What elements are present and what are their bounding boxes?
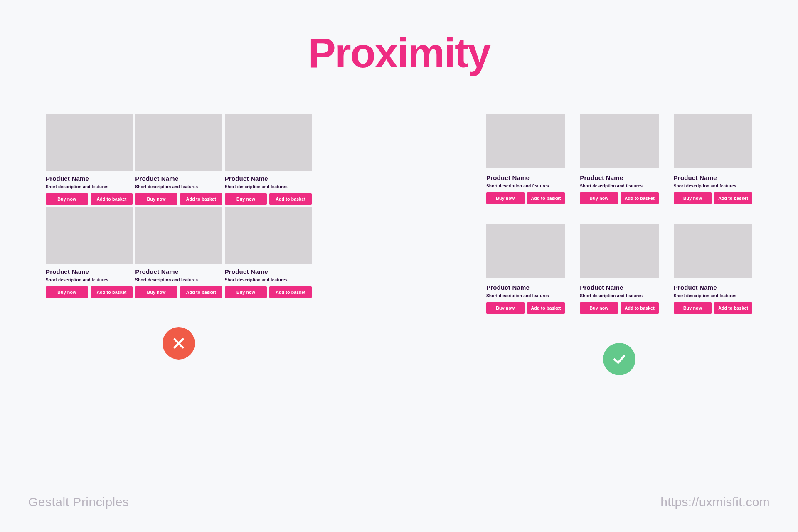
product-image-placeholder (486, 224, 565, 278)
product-meta: Product Name Short description and featu… (46, 264, 133, 298)
product-description: Short description and features (46, 185, 133, 189)
product-actions: Buy now Add to basket (225, 286, 312, 298)
product-actions: Buy now Add to basket (674, 192, 752, 204)
add-to-basket-button[interactable]: Add to basket (621, 192, 659, 204)
add-to-basket-button[interactable]: Add to basket (527, 302, 565, 314)
buy-now-button[interactable]: Buy now (135, 193, 177, 205)
product-image-placeholder (225, 207, 312, 264)
add-to-basket-button[interactable]: Add to basket (180, 193, 222, 205)
product-card: Product Name Short description and featu… (674, 224, 752, 314)
product-description: Short description and features (674, 184, 752, 188)
buy-now-button[interactable]: Buy now (135, 286, 177, 298)
product-actions: Buy now Add to basket (674, 302, 752, 314)
buy-now-button[interactable]: Buy now (46, 286, 88, 298)
product-actions: Buy now Add to basket (46, 286, 133, 298)
product-meta: Product Name Short description and featu… (580, 168, 658, 204)
panel-good: Product Name Short description and featu… (486, 114, 752, 375)
product-card: Product Name Short description and featu… (46, 114, 133, 205)
product-card: Product Name Short description and featu… (674, 114, 752, 204)
add-to-basket-button[interactable]: Add to basket (714, 302, 752, 314)
add-to-basket-button[interactable]: Add to basket (91, 286, 133, 298)
comparison-panels: Product Name Short description and featu… (0, 114, 798, 375)
add-to-basket-button[interactable]: Add to basket (180, 286, 222, 298)
product-meta: Product Name Short description and featu… (225, 264, 312, 298)
product-image-placeholder (674, 114, 752, 168)
add-to-basket-button[interactable]: Add to basket (621, 302, 659, 314)
product-description: Short description and features (46, 278, 133, 282)
product-name: Product Name (225, 268, 312, 275)
product-description: Short description and features (580, 184, 658, 188)
buy-now-button[interactable]: Buy now (674, 302, 712, 314)
add-to-basket-button[interactable]: Add to basket (714, 192, 752, 204)
product-meta: Product Name Short description and featu… (225, 171, 312, 205)
product-card: Product Name Short description and featu… (225, 207, 312, 298)
product-actions: Buy now Add to basket (486, 192, 565, 204)
product-actions: Buy now Add to basket (135, 193, 222, 205)
product-image-placeholder (46, 114, 133, 171)
product-meta: Product Name Short description and featu… (486, 168, 565, 204)
product-image-placeholder (580, 224, 658, 278)
verdict-bad (46, 327, 312, 360)
add-to-basket-button[interactable]: Add to basket (527, 192, 565, 204)
product-actions: Buy now Add to basket (486, 302, 565, 314)
product-image-placeholder (225, 114, 312, 171)
product-name: Product Name (486, 284, 565, 291)
product-name: Product Name (674, 284, 752, 291)
buy-now-button[interactable]: Buy now (486, 192, 525, 204)
add-to-basket-button[interactable]: Add to basket (91, 193, 133, 205)
product-card: Product Name Short description and featu… (46, 207, 133, 298)
product-grid-bad: Product Name Short description and featu… (46, 114, 312, 298)
product-name: Product Name (580, 284, 658, 291)
product-image-placeholder (46, 207, 133, 264)
product-card: Product Name Short description and featu… (135, 114, 222, 205)
product-image-placeholder (580, 114, 658, 168)
product-meta: Product Name Short description and featu… (674, 168, 752, 204)
product-meta: Product Name Short description and featu… (135, 264, 222, 298)
product-card: Product Name Short description and featu… (486, 114, 565, 204)
product-grid-good: Product Name Short description and featu… (486, 114, 752, 314)
panel-bad: Product Name Short description and featu… (46, 114, 312, 375)
product-name: Product Name (46, 268, 133, 275)
buy-now-button[interactable]: Buy now (580, 302, 618, 314)
buy-now-button[interactable]: Buy now (486, 302, 525, 314)
product-description: Short description and features (674, 293, 752, 298)
product-actions: Buy now Add to basket (46, 193, 133, 205)
cross-icon (163, 327, 195, 360)
buy-now-button[interactable]: Buy now (46, 193, 88, 205)
add-to-basket-button[interactable]: Add to basket (269, 193, 312, 205)
product-actions: Buy now Add to basket (580, 302, 658, 314)
product-description: Short description and features (580, 293, 658, 298)
product-card: Product Name Short description and featu… (580, 114, 658, 204)
footer-label-left: Gestalt Principles (28, 495, 129, 509)
product-image-placeholder (135, 114, 222, 171)
product-card: Product Name Short description and featu… (135, 207, 222, 298)
buy-now-button[interactable]: Buy now (674, 192, 712, 204)
product-description: Short description and features (486, 293, 565, 298)
product-image-placeholder (486, 114, 565, 168)
product-name: Product Name (225, 175, 312, 182)
product-actions: Buy now Add to basket (225, 193, 312, 205)
product-description: Short description and features (486, 184, 565, 188)
product-image-placeholder (674, 224, 752, 278)
buy-now-button[interactable]: Buy now (225, 286, 267, 298)
product-meta: Product Name Short description and featu… (674, 278, 752, 314)
product-image-placeholder (135, 207, 222, 264)
product-description: Short description and features (135, 185, 222, 189)
buy-now-button[interactable]: Buy now (225, 193, 267, 205)
product-name: Product Name (580, 174, 658, 181)
product-actions: Buy now Add to basket (580, 192, 658, 204)
product-meta: Product Name Short description and featu… (46, 171, 133, 205)
product-description: Short description and features (135, 278, 222, 282)
product-card: Product Name Short description and featu… (580, 224, 658, 314)
product-name: Product Name (674, 174, 752, 181)
product-meta: Product Name Short description and featu… (135, 171, 222, 205)
product-card: Product Name Short description and featu… (486, 224, 565, 314)
check-icon (603, 343, 635, 375)
buy-now-button[interactable]: Buy now (580, 192, 618, 204)
product-description: Short description and features (225, 185, 312, 189)
page-title: Proximity (0, 29, 798, 77)
product-meta: Product Name Short description and featu… (580, 278, 658, 314)
footer-label-right: https://uxmisfit.com (660, 495, 770, 509)
add-to-basket-button[interactable]: Add to basket (269, 286, 312, 298)
product-meta: Product Name Short description and featu… (486, 278, 565, 314)
